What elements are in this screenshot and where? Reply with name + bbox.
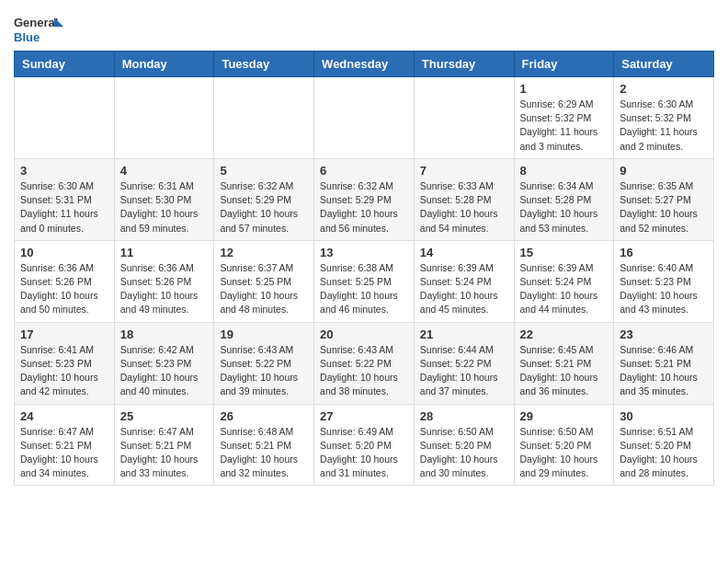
day-number: 1 xyxy=(520,82,609,96)
calendar-week-row: 1Sunrise: 6:29 AM Sunset: 5:32 PM Daylig… xyxy=(15,77,714,159)
calendar-cell: 2Sunrise: 6:30 AM Sunset: 5:32 PM Daylig… xyxy=(614,77,714,159)
day-info: Sunrise: 6:45 AM Sunset: 5:21 PM Dayligh… xyxy=(520,343,609,399)
day-number: 3 xyxy=(20,164,108,178)
day-info: Sunrise: 6:50 AM Sunset: 5:20 PM Dayligh… xyxy=(420,425,508,481)
calendar-cell: 24Sunrise: 6:47 AM Sunset: 5:21 PM Dayli… xyxy=(15,404,115,486)
calendar-cell: 25Sunrise: 6:47 AM Sunset: 5:21 PM Dayli… xyxy=(114,404,214,486)
page-header: GeneralBlue xyxy=(14,14,714,46)
day-number: 8 xyxy=(520,164,609,178)
day-number: 2 xyxy=(620,82,708,96)
day-number: 15 xyxy=(520,246,609,259)
calendar-cell xyxy=(15,77,115,159)
day-info: Sunrise: 6:39 AM Sunset: 5:24 PM Dayligh… xyxy=(420,261,508,317)
day-info: Sunrise: 6:47 AM Sunset: 5:21 PM Dayligh… xyxy=(20,425,108,481)
calendar-cell xyxy=(214,77,314,159)
calendar-week-row: 24Sunrise: 6:47 AM Sunset: 5:21 PM Dayli… xyxy=(15,404,714,486)
calendar-cell: 19Sunrise: 6:43 AM Sunset: 5:22 PM Dayli… xyxy=(214,322,314,404)
calendar-cell: 1Sunrise: 6:29 AM Sunset: 5:32 PM Daylig… xyxy=(514,77,614,159)
day-number: 14 xyxy=(420,246,508,259)
svg-text:Blue: Blue xyxy=(14,30,40,44)
day-number: 11 xyxy=(120,246,209,259)
calendar-weekday-header: Thursday xyxy=(414,52,514,77)
calendar-cell: 16Sunrise: 6:40 AM Sunset: 5:23 PM Dayli… xyxy=(614,240,714,322)
calendar-cell: 17Sunrise: 6:41 AM Sunset: 5:23 PM Dayli… xyxy=(15,322,115,404)
day-number: 17 xyxy=(20,327,108,341)
calendar-cell: 9Sunrise: 6:35 AM Sunset: 5:27 PM Daylig… xyxy=(614,158,714,240)
calendar-table: SundayMondayTuesdayWednesdayThursdayFrid… xyxy=(14,51,714,486)
day-number: 21 xyxy=(420,327,508,341)
calendar-weekday-header: Friday xyxy=(514,52,614,77)
day-info: Sunrise: 6:36 AM Sunset: 5:26 PM Dayligh… xyxy=(20,261,108,317)
day-info: Sunrise: 6:32 AM Sunset: 5:29 PM Dayligh… xyxy=(220,179,308,236)
day-info: Sunrise: 6:30 AM Sunset: 5:31 PM Dayligh… xyxy=(20,179,108,236)
svg-text:General: General xyxy=(14,16,58,29)
day-info: Sunrise: 6:43 AM Sunset: 5:22 PM Dayligh… xyxy=(320,343,408,399)
day-number: 5 xyxy=(220,164,308,178)
calendar-cell: 27Sunrise: 6:49 AM Sunset: 5:20 PM Dayli… xyxy=(314,404,415,486)
calendar-cell: 20Sunrise: 6:43 AM Sunset: 5:22 PM Dayli… xyxy=(314,322,415,404)
logo-icon: GeneralBlue xyxy=(14,14,64,46)
day-info: Sunrise: 6:49 AM Sunset: 5:20 PM Dayligh… xyxy=(320,425,408,481)
day-info: Sunrise: 6:29 AM Sunset: 5:32 PM Dayligh… xyxy=(520,98,609,154)
day-number: 23 xyxy=(620,327,708,341)
day-number: 27 xyxy=(320,409,408,423)
day-number: 25 xyxy=(120,409,209,423)
day-number: 18 xyxy=(120,327,209,341)
day-number: 6 xyxy=(320,164,408,178)
day-number: 26 xyxy=(220,409,308,423)
calendar-cell: 26Sunrise: 6:48 AM Sunset: 5:21 PM Dayli… xyxy=(214,404,314,486)
day-info: Sunrise: 6:41 AM Sunset: 5:23 PM Dayligh… xyxy=(20,343,108,399)
calendar-cell: 3Sunrise: 6:30 AM Sunset: 5:31 PM Daylig… xyxy=(15,158,115,240)
calendar-cell: 23Sunrise: 6:46 AM Sunset: 5:21 PM Dayli… xyxy=(614,322,714,404)
calendar-cell: 6Sunrise: 6:32 AM Sunset: 5:29 PM Daylig… xyxy=(314,158,415,240)
day-info: Sunrise: 6:46 AM Sunset: 5:21 PM Dayligh… xyxy=(620,343,708,399)
calendar-weekday-header: Monday xyxy=(114,52,214,77)
calendar-cell: 22Sunrise: 6:45 AM Sunset: 5:21 PM Dayli… xyxy=(514,322,614,404)
calendar-cell: 28Sunrise: 6:50 AM Sunset: 5:20 PM Dayli… xyxy=(414,404,514,486)
calendar-cell: 12Sunrise: 6:37 AM Sunset: 5:25 PM Dayli… xyxy=(214,240,314,322)
day-number: 20 xyxy=(320,327,408,341)
calendar-header-row: SundayMondayTuesdayWednesdayThursdayFrid… xyxy=(15,52,714,77)
calendar-cell: 4Sunrise: 6:31 AM Sunset: 5:30 PM Daylig… xyxy=(114,158,214,240)
day-number: 19 xyxy=(220,327,308,341)
day-info: Sunrise: 6:30 AM Sunset: 5:32 PM Dayligh… xyxy=(620,98,708,154)
calendar-cell: 11Sunrise: 6:36 AM Sunset: 5:26 PM Dayli… xyxy=(114,240,214,322)
calendar-cell: 15Sunrise: 6:39 AM Sunset: 5:24 PM Dayli… xyxy=(514,240,614,322)
logo: GeneralBlue xyxy=(14,14,64,46)
calendar-weekday-header: Saturday xyxy=(614,52,714,77)
calendar-week-row: 10Sunrise: 6:36 AM Sunset: 5:26 PM Dayli… xyxy=(15,240,714,322)
calendar-week-row: 3Sunrise: 6:30 AM Sunset: 5:31 PM Daylig… xyxy=(15,158,714,240)
day-info: Sunrise: 6:43 AM Sunset: 5:22 PM Dayligh… xyxy=(220,343,308,399)
day-info: Sunrise: 6:51 AM Sunset: 5:20 PM Dayligh… xyxy=(620,425,708,481)
day-info: Sunrise: 6:37 AM Sunset: 5:25 PM Dayligh… xyxy=(220,261,308,317)
day-number: 22 xyxy=(520,327,609,341)
day-info: Sunrise: 6:36 AM Sunset: 5:26 PM Dayligh… xyxy=(120,261,209,317)
calendar-cell xyxy=(314,77,415,159)
day-number: 29 xyxy=(520,409,609,423)
day-number: 24 xyxy=(20,409,108,423)
day-number: 9 xyxy=(620,164,708,178)
day-number: 4 xyxy=(120,164,209,178)
day-info: Sunrise: 6:50 AM Sunset: 5:20 PM Dayligh… xyxy=(520,425,609,481)
calendar-weekday-header: Wednesday xyxy=(314,52,415,77)
day-info: Sunrise: 6:33 AM Sunset: 5:28 PM Dayligh… xyxy=(420,179,508,236)
calendar-cell: 8Sunrise: 6:34 AM Sunset: 5:28 PM Daylig… xyxy=(514,158,614,240)
day-info: Sunrise: 6:34 AM Sunset: 5:28 PM Dayligh… xyxy=(520,179,609,236)
day-number: 12 xyxy=(220,246,308,259)
calendar-cell: 13Sunrise: 6:38 AM Sunset: 5:25 PM Dayli… xyxy=(314,240,415,322)
calendar-weekday-header: Sunday xyxy=(15,52,115,77)
day-info: Sunrise: 6:35 AM Sunset: 5:27 PM Dayligh… xyxy=(620,179,708,236)
day-number: 30 xyxy=(620,409,708,423)
day-info: Sunrise: 6:39 AM Sunset: 5:24 PM Dayligh… xyxy=(520,261,609,317)
day-info: Sunrise: 6:42 AM Sunset: 5:23 PM Dayligh… xyxy=(120,343,209,399)
day-info: Sunrise: 6:48 AM Sunset: 5:21 PM Dayligh… xyxy=(220,425,308,481)
day-info: Sunrise: 6:47 AM Sunset: 5:21 PM Dayligh… xyxy=(120,425,209,481)
calendar-week-row: 17Sunrise: 6:41 AM Sunset: 5:23 PM Dayli… xyxy=(15,322,714,404)
calendar-cell: 10Sunrise: 6:36 AM Sunset: 5:26 PM Dayli… xyxy=(15,240,115,322)
day-info: Sunrise: 6:32 AM Sunset: 5:29 PM Dayligh… xyxy=(320,179,408,236)
day-info: Sunrise: 6:40 AM Sunset: 5:23 PM Dayligh… xyxy=(620,261,708,317)
day-number: 13 xyxy=(320,246,408,259)
day-number: 28 xyxy=(420,409,508,423)
day-info: Sunrise: 6:31 AM Sunset: 5:30 PM Dayligh… xyxy=(120,179,209,236)
calendar-cell: 14Sunrise: 6:39 AM Sunset: 5:24 PM Dayli… xyxy=(414,240,514,322)
